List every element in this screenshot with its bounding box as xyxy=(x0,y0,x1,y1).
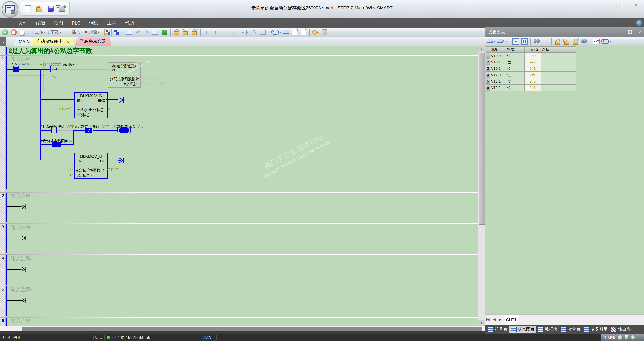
read-forced-button[interactable] xyxy=(580,37,588,45)
pin-icon[interactable] xyxy=(628,30,631,34)
horizontal-scrollbar[interactable] xyxy=(0,326,485,331)
help-icon[interactable]: ? xyxy=(636,20,642,26)
watch-table-row[interactable]: 6 V12.2 位 2#1 xyxy=(486,85,576,91)
compare-op[interactable]: ==D xyxy=(52,67,59,71)
watch-table-row[interactable]: 1 V10.0 位 2#0 xyxy=(486,53,576,59)
prev-bookmark-button[interactable]: ↶ xyxy=(134,28,142,36)
new-value-cell[interactable] xyxy=(541,78,576,85)
row-number[interactable]: 5 xyxy=(486,78,490,85)
zoom-in-button[interactable]: + xyxy=(630,335,636,340)
vertical-scrollbar[interactable]: ▲ ▼ xyxy=(478,46,485,326)
panel-close-icon[interactable]: × xyxy=(639,29,642,34)
sheet-prev-button[interactable]: ◀ xyxy=(492,315,496,321)
sheet-tab-cht1[interactable]: CHT1 xyxy=(503,315,519,324)
format-cell[interactable]: 位 xyxy=(506,78,524,85)
network-number[interactable]: 3 xyxy=(1,224,5,229)
tab-close-icon[interactable]: × xyxy=(66,39,69,44)
format-cell[interactable]: 位 xyxy=(506,72,524,78)
row-number[interactable]: 4 xyxy=(486,72,490,78)
stop-nc-contact[interactable]: / xyxy=(86,128,92,133)
menu-plc[interactable]: PLC xyxy=(68,19,85,27)
vertical-scroll-thumb[interactable] xyxy=(479,53,485,224)
network-number[interactable]: 2 xyxy=(1,193,5,198)
tab-start-hold-stop[interactable]: 启动保持停止× xyxy=(31,37,74,46)
tab-variable-table[interactable]: 变量表 xyxy=(560,325,582,333)
maximize-button[interactable]: □ xyxy=(614,2,622,8)
new-value-cell[interactable] xyxy=(541,66,576,72)
address-cell[interactable]: V12.0 xyxy=(490,72,506,78)
scroll-up-icon[interactable]: ▲ xyxy=(478,46,485,52)
compare-operand[interactable]: +0 xyxy=(52,74,56,78)
address-cell[interactable]: V10.1 xyxy=(490,59,506,66)
empty-network[interactable]: 3 输入注释 xyxy=(0,223,478,254)
force-all-values-button[interactable] xyxy=(572,37,579,45)
address-cell[interactable]: V10.0 xyxy=(490,53,506,59)
format-cell[interactable]: 位 xyxy=(506,59,524,66)
menu-tools[interactable]: 工具 xyxy=(103,19,120,27)
close-button[interactable]: × xyxy=(632,2,641,8)
sheet-next-button[interactable]: ▶ xyxy=(498,315,502,321)
tab-data-block[interactable]: 数据块 xyxy=(536,325,559,333)
chart-pause-button[interactable] xyxy=(521,37,528,45)
network-comment[interactable]: 输入注释 xyxy=(11,224,31,231)
blkmov1-block[interactable]: BLKMOV_B EN ENO *#函数指~ #公私总~ #公私总~ xyxy=(74,92,108,119)
menu-edit[interactable]: 编辑 xyxy=(32,19,50,27)
empty-network[interactable]: 6 输入注释 xyxy=(0,317,478,326)
network-comment[interactable]: 输入注释 xyxy=(11,255,31,262)
addressing-toggle-button[interactable]: ▾ xyxy=(602,37,611,45)
apply-symbols-button[interactable] xyxy=(300,28,307,36)
header-format[interactable]: 格式 xyxy=(506,46,524,53)
program-view-button[interactable] xyxy=(104,28,112,36)
addressing-button[interactable]: ▾ xyxy=(271,28,281,36)
zoom-out-button[interactable]: − xyxy=(617,335,622,340)
network-comment[interactable]: 输入注释 xyxy=(11,318,31,324)
insert-button[interactable]: ←插入▾ xyxy=(66,28,83,36)
blkmov2-block[interactable]: BLKMOV_B EN ENO #公私总~ *#函数指~ #公私总~ xyxy=(74,153,108,179)
tab-output-window[interactable]: 输出窗口 xyxy=(610,325,636,333)
menu-view[interactable]: 视图 xyxy=(50,19,68,27)
clear-bookmarks-button[interactable]: ✕ xyxy=(152,28,159,36)
address-cell[interactable]: V12.2 xyxy=(490,85,506,91)
stop-button[interactable] xyxy=(10,28,18,36)
tab-cross-reference[interactable]: 交叉引用 xyxy=(582,325,609,333)
tab-scroll-left-button[interactable]: ◁ xyxy=(0,37,6,46)
watch-table-row[interactable]: 3 V10.2 位 2#1 xyxy=(486,66,576,72)
new-value-cell[interactable] xyxy=(541,72,576,78)
protection-button[interactable] xyxy=(312,28,320,36)
unforce-value-button[interactable] xyxy=(563,37,570,45)
insert-box-button[interactable] xyxy=(259,28,266,36)
stamp-button[interactable] xyxy=(321,28,328,36)
download-button[interactable]: ↓下载▾ xyxy=(47,28,62,36)
compile-button[interactable]: ✓ xyxy=(19,28,26,36)
header-new-value[interactable]: 新值 xyxy=(541,46,576,53)
insert-vertical-button[interactable]: ↑ xyxy=(220,28,228,36)
insert-coil-button[interactable]: ( ) xyxy=(250,28,258,36)
new-value-cell[interactable] xyxy=(541,53,576,59)
horizontal-scroll-thumb[interactable] xyxy=(22,326,482,330)
row-number[interactable]: 1 xyxy=(486,53,490,59)
new-value-cell[interactable] xyxy=(541,59,576,66)
run-coil[interactable] xyxy=(117,127,131,134)
program-view-alt-button[interactable] xyxy=(113,28,120,36)
tab-symbol-table[interactable]: 符号表 xyxy=(486,325,509,333)
tab-subroutine-container[interactable]: 子程序总容器 xyxy=(74,37,111,46)
header-address[interactable]: 地址 xyxy=(490,46,506,53)
symbol-table-button[interactable] xyxy=(282,28,290,36)
format-cell[interactable]: 位 xyxy=(506,53,524,59)
sheet-first-button[interactable]: |◀ xyxy=(485,315,490,321)
menu-file[interactable]: 文件 xyxy=(14,19,32,27)
force-value-button[interactable] xyxy=(554,37,562,45)
delete-button[interactable]: ✕删除▾ xyxy=(84,28,99,36)
contact-sm00-label[interactable]: SM0.0=ON xyxy=(12,62,30,66)
menu-debug[interactable]: 调试 xyxy=(85,19,103,27)
insert-contact-button[interactable] xyxy=(242,28,249,36)
row-number[interactable]: 6 xyxy=(486,85,490,91)
run-button[interactable]: ▶ xyxy=(1,28,9,36)
add-chart-button[interactable]: +▾ xyxy=(487,37,496,45)
unforce-button[interactable] xyxy=(182,28,189,36)
new-value-cell[interactable] xyxy=(541,85,576,91)
bookmark-button[interactable] xyxy=(126,28,133,36)
network-number[interactable]: 5 xyxy=(1,287,5,292)
next-bookmark-button[interactable]: ↷ xyxy=(143,28,150,36)
network-comment[interactable]: 输入注释 xyxy=(11,287,31,293)
